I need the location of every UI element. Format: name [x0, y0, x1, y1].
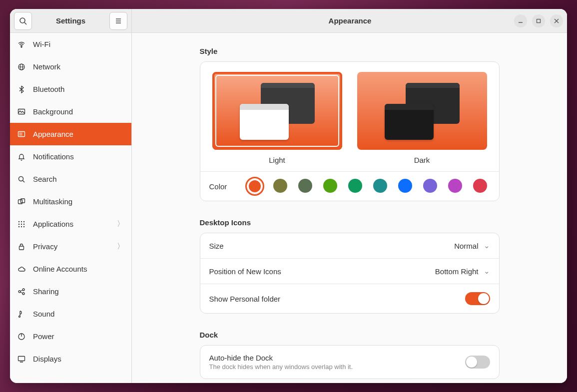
style-label-dark: Dark	[414, 156, 430, 171]
color-swatch[interactable]	[373, 179, 387, 193]
svg-line-29	[20, 290, 23, 291]
settings-row[interactable]: Auto-hide the DockThe dock hides when an…	[200, 346, 499, 379]
chevron-down-icon: ⌄	[484, 241, 490, 250]
color-swatch[interactable]	[448, 179, 462, 193]
sidebar-item-wi-fi[interactable]: Wi-Fi	[10, 33, 131, 55]
svg-point-27	[22, 289, 24, 291]
multitask-icon	[17, 197, 26, 206]
content-scroll[interactable]: Style Light	[132, 33, 567, 383]
style-options: Light Dark	[200, 62, 499, 171]
sidebar-item-sound[interactable]: Sound	[10, 303, 131, 325]
grid-icon	[17, 220, 26, 229]
search-button[interactable]	[14, 12, 32, 30]
svg-point-18	[23, 221, 24, 222]
desktop-icons-heading: Desktop Icons	[200, 218, 500, 227]
sidebar-item-label: Appearance	[33, 130, 73, 138]
power-icon	[17, 332, 26, 341]
svg-point-28	[22, 293, 24, 295]
chevron-down-icon: ⌄	[484, 267, 490, 276]
color-swatch[interactable]	[348, 179, 362, 193]
style-option-light[interactable]: Light	[211, 72, 343, 171]
style-option-dark[interactable]: Dark	[356, 72, 488, 171]
svg-point-12	[19, 176, 23, 181]
sidebar-item-appearance[interactable]: Appearance	[10, 123, 131, 145]
color-swatch[interactable]	[273, 179, 287, 193]
app-title: Settings	[56, 16, 85, 25]
sidebar-item-label: Applications	[33, 220, 73, 228]
close-button[interactable]	[550, 14, 563, 27]
svg-rect-15	[21, 199, 25, 203]
globe-icon	[17, 62, 26, 71]
settings-row[interactable]: Show Personal folder	[200, 284, 499, 313]
sidebar-item-background[interactable]: Background	[10, 100, 131, 123]
sidebar-item-label: Privacy	[33, 242, 57, 251]
style-preview-light	[212, 72, 342, 150]
svg-point-19	[18, 223, 19, 224]
svg-line-13	[23, 180, 25, 182]
svg-point-0	[20, 18, 25, 23]
bluetooth-icon	[17, 85, 26, 94]
settings-row[interactable]: Position of New IconsBottom Right⌄	[200, 259, 499, 284]
sidebar-item-bluetooth[interactable]: Bluetooth	[10, 78, 131, 100]
dropdown[interactable]: Normal⌄	[454, 241, 490, 250]
toggle[interactable]	[465, 356, 490, 369]
page-title: Appearance	[186, 16, 514, 25]
style-label-light: Light	[269, 156, 285, 171]
color-swatch[interactable]	[473, 179, 487, 193]
toggle[interactable]	[465, 292, 490, 305]
color-swatch[interactable]	[398, 179, 412, 193]
maximize-icon	[536, 18, 541, 23]
window-controls	[514, 14, 563, 27]
toggle-knob	[478, 293, 489, 304]
svg-rect-34	[18, 356, 25, 361]
svg-line-30	[20, 292, 23, 293]
row-subtitle: The dock hides when any windows overlap …	[209, 363, 353, 371]
menu-button[interactable]	[109, 12, 127, 30]
sidebar-item-online-accounts[interactable]: Online Accounts	[10, 258, 131, 280]
settings-row[interactable]: SizeNormal⌄	[200, 233, 499, 259]
chevron-right-icon: 〉	[117, 242, 124, 251]
share-icon	[17, 287, 26, 296]
cloud-icon	[17, 265, 26, 274]
minimize-button[interactable]	[514, 14, 527, 27]
color-swatches	[247, 179, 490, 194]
color-swatch[interactable]	[423, 179, 437, 193]
svg-rect-11	[19, 133, 22, 135]
dropdown[interactable]: Bottom Right⌄	[435, 267, 490, 276]
sound-icon	[17, 310, 26, 319]
sidebar-item-sharing[interactable]: Sharing	[10, 280, 131, 303]
svg-rect-14	[18, 200, 22, 204]
dropdown-value: Bottom Right	[435, 267, 479, 276]
row-title: Position of New Icons	[209, 267, 281, 276]
sidebar-item-label: Notifications	[33, 152, 74, 161]
main-pane: Appearance Style	[132, 9, 567, 383]
sidebar-item-multitasking[interactable]: Multitasking	[10, 190, 131, 213]
maximize-button[interactable]	[532, 14, 545, 27]
color-swatch[interactable]	[247, 179, 262, 194]
sidebar: Settings Wi-FiNetworkBluetoothBackground…	[10, 9, 132, 383]
minimize-icon	[518, 18, 523, 23]
svg-rect-25	[19, 246, 24, 250]
svg-rect-37	[537, 19, 541, 22]
sidebar-item-power[interactable]: Power	[10, 325, 131, 348]
svg-point-20	[21, 223, 22, 224]
sidebar-item-network[interactable]: Network	[10, 55, 131, 78]
sidebar-item-label: Displays	[33, 355, 61, 363]
style-heading: Style	[200, 47, 500, 55]
search-icon	[17, 175, 26, 184]
dock-heading: Dock	[200, 331, 500, 339]
color-swatch[interactable]	[298, 179, 312, 193]
sidebar-item-applications[interactable]: Applications〉	[10, 213, 131, 235]
sidebar-item-search[interactable]: Search	[10, 168, 131, 190]
sidebar-item-privacy[interactable]: Privacy〉	[10, 235, 131, 258]
svg-point-5	[21, 46, 22, 47]
svg-point-26	[18, 291, 20, 293]
svg-line-1	[24, 22, 26, 24]
color-swatch[interactable]	[323, 179, 337, 193]
svg-point-23	[21, 226, 22, 227]
sidebar-item-displays[interactable]: Displays	[10, 348, 131, 370]
svg-point-21	[23, 223, 24, 224]
sidebar-item-notifications[interactable]: Notifications	[10, 145, 131, 168]
hamburger-icon	[115, 17, 122, 24]
sidebar-item-label: Search	[33, 175, 57, 183]
